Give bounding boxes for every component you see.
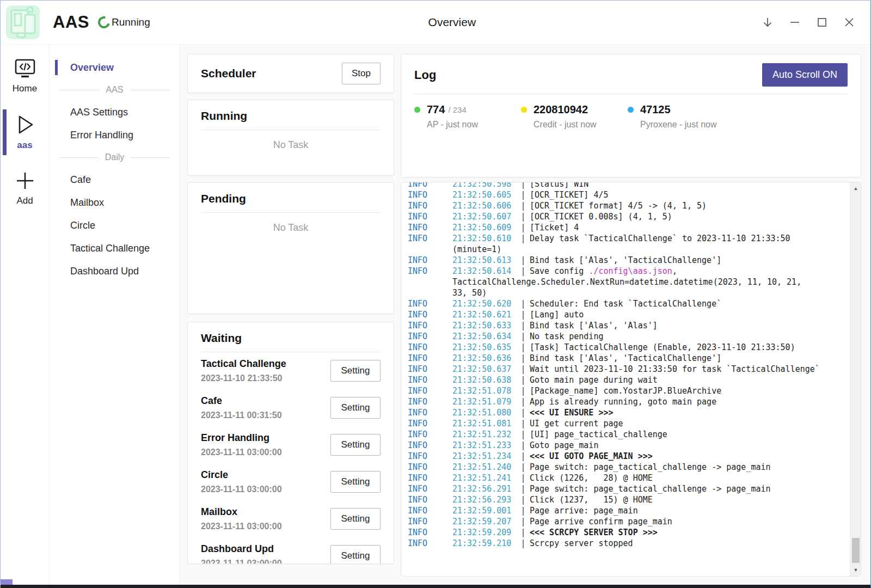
hide-window-button[interactable]	[754, 9, 781, 35]
sidebar-group-divider-daily: Daily	[50, 146, 180, 168]
sidebar-item-aas-settings[interactable]: AAS Settings	[50, 101, 180, 124]
log-line: INFO21:32:50.606|[OCR_TICKET format] 4/5…	[408, 200, 861, 211]
log-level: INFO	[408, 364, 452, 375]
task-setting-button[interactable]: Setting	[330, 397, 381, 419]
sidebar-item-mailbox[interactable]: Mailbox	[50, 191, 180, 214]
task-setting-button[interactable]: Setting	[330, 471, 381, 493]
task-setting-button[interactable]: Setting	[330, 508, 381, 530]
log-title: Log	[414, 68, 762, 82]
log-separator: |	[519, 255, 527, 266]
task-setting-button[interactable]: Setting	[330, 434, 381, 456]
sidebar-item-cafe[interactable]: Cafe	[50, 168, 180, 191]
sidebar-item-dashboard-upd[interactable]: Dashboard Upd	[50, 260, 180, 283]
running-title: Running	[201, 109, 381, 122]
log-timestamp: 21:32:50.621	[452, 309, 519, 320]
log-line: INFO21:32:50.636|Bind task ['Alas', 'Tac…	[408, 353, 861, 364]
rail-item-label: aas	[17, 140, 32, 151]
log-message: TacticalChallenge.Scheduler.NextRun=date…	[452, 277, 801, 287]
play-icon	[14, 114, 36, 136]
log-separator: |	[519, 385, 527, 396]
log-line: INFO21:32:51.241|Click (1226, 28) @ HOME	[408, 473, 861, 483]
sidebar-item-overview[interactable]: Overview	[50, 56, 180, 79]
log-level: INFO	[408, 396, 452, 407]
waiting-task-name: Cafe	[201, 395, 330, 407]
log-line: INFO21:32:50.620|Scheduler: End task `Ta…	[408, 298, 861, 309]
log-separator: |	[519, 233, 527, 244]
log-message: Scheduler: End task `TacticalChallenge`	[527, 298, 721, 309]
scheduler-stop-button[interactable]: Stop	[342, 63, 381, 84]
running-empty-text: No Task	[201, 139, 381, 151]
scroll-down-arrow-icon[interactable]: ▼	[850, 565, 861, 575]
log-timestamp: 21:32:50.614	[452, 266, 519, 277]
waiting-card: Waiting Tactical Challenge2023-11-10 21:…	[187, 322, 394, 564]
waiting-task-name: Tactical Challenge	[201, 358, 330, 370]
rail-item-aas[interactable]: aas	[1, 107, 49, 156]
running-card: Running No Task	[187, 100, 394, 176]
auto-scroll-toggle-button[interactable]: Auto Scroll ON	[762, 63, 848, 87]
pending-title: Pending	[201, 192, 381, 205]
log-line: INFO21:32:59.209|<<< SCRCPY SERVER STOP …	[408, 527, 861, 538]
log-line: INFO21:32:50.613|Bind task ['Alas', 'Tac…	[408, 255, 861, 266]
sidebar-item-error-handling[interactable]: Error Handling	[50, 124, 180, 146]
log-level: INFO	[408, 538, 452, 549]
waiting-task-next-run: 2023-11-11 03:00:00	[201, 559, 330, 564]
stat-value: 774	[427, 103, 445, 116]
scroll-up-arrow-icon[interactable]: ▲	[850, 183, 861, 193]
sidebar-item-label: Cafe	[70, 174, 91, 186]
log-line: INFO21:32:50.634|No task pending	[408, 331, 861, 342]
status-dot-icon	[521, 107, 527, 113]
log-level: INFO	[408, 429, 452, 440]
stat-max-value: / 234	[448, 105, 466, 114]
minimize-button[interactable]	[781, 9, 808, 35]
task-setting-button[interactable]: Setting	[330, 360, 381, 382]
sidebar-item-tactical-challenge[interactable]: Tactical Challenge	[50, 237, 180, 260]
log-separator: |	[519, 407, 527, 418]
waiting-task-name: Error Handling	[201, 432, 330, 444]
rail-item-add[interactable]: Add	[1, 164, 49, 212]
log-message: <<< UI GOTO PAGE_MAIN >>>	[527, 451, 653, 462]
log-timestamp: 21:32:51.080	[452, 407, 519, 418]
log-message: Delay task `TacticalChallenge` to 2023-1…	[527, 233, 790, 244]
log-separator: |	[519, 298, 527, 309]
sidebar-item-circle[interactable]: Circle	[50, 214, 180, 237]
close-button[interactable]	[836, 9, 863, 35]
log-message: Scrcpy server stopped	[527, 538, 633, 549]
log-line: INFO21:32:51.081|UI get current page	[408, 418, 861, 429]
scrollbar-thumb[interactable]	[852, 538, 860, 563]
log-level: INFO	[408, 182, 452, 189]
log-scrollbar[interactable]: ▲ ▼	[850, 182, 861, 576]
log-timestamp: 21:32:50.620	[452, 298, 519, 309]
maximize-button[interactable]	[808, 9, 836, 35]
log-message: <<< UI ENSURE >>>	[527, 407, 614, 418]
waiting-task-info: Cafe2023-11-11 00:31:50	[201, 395, 330, 420]
log-viewer[interactable]: INFO21:32:50.598|[Status] WININFO21:32:5…	[401, 182, 861, 577]
log-content: INFO21:32:50.598|[Status] WININFO21:32:5…	[401, 182, 861, 549]
log-line: INFO21:32:51.232|[UI] page_tactical_chal…	[408, 429, 861, 440]
log-message: [OCR_TICKET] 4/5	[527, 189, 609, 200]
log-line: INFO21:32:50.638|Goto main page during w…	[408, 375, 861, 385]
log-level: INFO	[408, 375, 452, 385]
log-message: Click (1226, 28) @ HOME	[527, 473, 653, 483]
task-setting-button[interactable]: Setting	[330, 545, 381, 564]
log-level	[408, 277, 452, 287]
log-timestamp: 21:32:50.605	[452, 189, 519, 200]
waiting-task-row: Cafe2023-11-11 00:31:50Setting	[201, 389, 381, 426]
log-line: INFO21:32:59.210|Scrcpy server stopped	[408, 538, 861, 549]
log-separator: |	[519, 182, 527, 189]
log-level: INFO	[408, 320, 452, 331]
log-level: INFO	[408, 440, 452, 451]
log-timestamp: 21:32:50.638	[452, 375, 519, 385]
log-line: INFO21:32:50.609|[Ticket] 4	[408, 222, 861, 233]
log-message: [OCR_TICKET format] 4/5 -> (4, 1, 5)	[527, 200, 707, 211]
log-timestamp: 21:32:50.609	[452, 222, 519, 233]
waiting-task-row: Mailbox2023-11-11 03:00:00Setting	[201, 500, 381, 537]
window-bottom-edge	[1, 585, 870, 588]
sidebar-item-label: Overview	[70, 62, 114, 74]
log-timestamp: 21:32:51.081	[452, 418, 519, 429]
log-line: INFO21:32:59.207|Page arrive confirm pag…	[408, 516, 861, 527]
log-separator: |	[519, 429, 527, 440]
log-message: App is already running, goto main page	[527, 396, 716, 407]
waiting-task-next-run: 2023-11-11 00:31:50	[201, 411, 330, 420]
log-line: INFO21:32:51.233|Goto page_main	[408, 440, 861, 451]
rail-item-home[interactable]: Home	[1, 52, 49, 100]
